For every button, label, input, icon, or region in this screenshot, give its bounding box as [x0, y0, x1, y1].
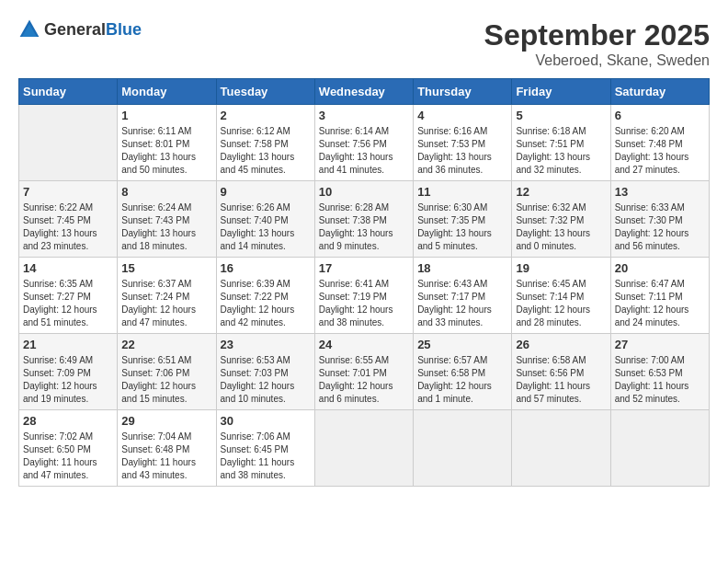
day-info: Sunrise: 6:49 AM Sunset: 7:09 PM Dayligh…: [23, 354, 113, 406]
calendar-cell: 24Sunrise: 6:55 AM Sunset: 7:01 PM Dayli…: [314, 334, 413, 410]
day-number: 11: [417, 185, 507, 199]
day-info: Sunrise: 6:30 AM Sunset: 7:35 PM Dayligh…: [417, 201, 507, 253]
day-number: 28: [23, 414, 113, 428]
calendar-cell: [19, 105, 118, 181]
day-info: Sunrise: 6:12 AM Sunset: 7:58 PM Dayligh…: [221, 125, 311, 177]
calendar-cell: 17Sunrise: 6:41 AM Sunset: 7:19 PM Dayli…: [314, 258, 413, 334]
calendar-cell: 26Sunrise: 6:58 AM Sunset: 6:56 PM Dayli…: [512, 334, 610, 410]
day-number: 13: [615, 185, 705, 199]
calendar-cell: 1Sunrise: 6:11 AM Sunset: 8:01 PM Daylig…: [118, 105, 216, 181]
day-number: 2: [221, 109, 311, 122]
day-info: Sunrise: 6:16 AM Sunset: 7:53 PM Dayligh…: [417, 125, 507, 177]
calendar-cell: 3Sunrise: 6:14 AM Sunset: 7:56 PM Daylig…: [314, 105, 413, 181]
day-info: Sunrise: 6:28 AM Sunset: 7:38 PM Dayligh…: [319, 201, 409, 253]
day-number: 17: [319, 261, 409, 275]
day-info: Sunrise: 6:22 AM Sunset: 7:45 PM Dayligh…: [23, 201, 113, 253]
logo: GeneralBlue: [18, 18, 142, 40]
day-number: 24: [319, 338, 409, 351]
day-number: 3: [319, 109, 409, 122]
day-info: Sunrise: 6:45 AM Sunset: 7:14 PM Dayligh…: [516, 278, 606, 329]
day-number: 21: [23, 338, 113, 351]
weekday-header-tuesday: Tuesday: [216, 79, 314, 105]
calendar-week-row: 21Sunrise: 6:49 AM Sunset: 7:09 PM Dayli…: [19, 334, 710, 410]
calendar-table: SundayMondayTuesdayWednesdayThursdayFrid…: [18, 78, 710, 487]
day-info: Sunrise: 6:11 AM Sunset: 8:01 PM Dayligh…: [121, 125, 211, 177]
day-number: 1: [121, 109, 211, 122]
day-number: 9: [221, 185, 311, 199]
day-info: Sunrise: 6:53 AM Sunset: 7:03 PM Dayligh…: [221, 354, 311, 406]
day-number: 12: [516, 185, 606, 199]
day-info: Sunrise: 7:06 AM Sunset: 6:45 PM Dayligh…: [221, 431, 311, 482]
day-info: Sunrise: 6:33 AM Sunset: 7:30 PM Dayligh…: [615, 201, 705, 253]
calendar-cell: 6Sunrise: 6:20 AM Sunset: 7:48 PM Daylig…: [610, 105, 709, 181]
day-info: Sunrise: 6:51 AM Sunset: 7:06 PM Dayligh…: [121, 354, 211, 406]
logo-text-blue: Blue: [106, 20, 142, 39]
day-number: 29: [121, 414, 211, 428]
day-info: Sunrise: 6:41 AM Sunset: 7:19 PM Dayligh…: [319, 278, 409, 329]
weekday-header-thursday: Thursday: [414, 79, 512, 105]
calendar-cell: 7Sunrise: 6:22 AM Sunset: 7:45 PM Daylig…: [19, 181, 118, 258]
calendar-cell: 9Sunrise: 6:26 AM Sunset: 7:40 PM Daylig…: [216, 181, 314, 258]
calendar-cell: 13Sunrise: 6:33 AM Sunset: 7:30 PM Dayli…: [610, 181, 709, 258]
location-title: Veberoed, Skane, Sweden: [484, 52, 710, 69]
calendar-cell: 20Sunrise: 6:47 AM Sunset: 7:11 PM Dayli…: [610, 258, 709, 334]
title-block: September 2025 Veberoed, Skane, Sweden: [484, 18, 710, 69]
day-info: Sunrise: 6:32 AM Sunset: 7:32 PM Dayligh…: [516, 201, 606, 253]
calendar-cell: 27Sunrise: 7:00 AM Sunset: 6:53 PM Dayli…: [610, 334, 709, 410]
day-info: Sunrise: 6:26 AM Sunset: 7:40 PM Dayligh…: [221, 201, 311, 253]
calendar-cell: 4Sunrise: 6:16 AM Sunset: 7:53 PM Daylig…: [414, 105, 512, 181]
calendar-cell: 2Sunrise: 6:12 AM Sunset: 7:58 PM Daylig…: [216, 105, 314, 181]
day-number: 4: [417, 109, 507, 122]
weekday-header-monday: Monday: [118, 79, 216, 105]
calendar-cell: 23Sunrise: 6:53 AM Sunset: 7:03 PM Dayli…: [216, 334, 314, 410]
calendar-cell: 5Sunrise: 6:18 AM Sunset: 7:51 PM Daylig…: [512, 105, 610, 181]
calendar-cell: 16Sunrise: 6:39 AM Sunset: 7:22 PM Dayli…: [216, 258, 314, 334]
calendar-cell: 30Sunrise: 7:06 AM Sunset: 6:45 PM Dayli…: [216, 410, 314, 487]
calendar-cell: 12Sunrise: 6:32 AM Sunset: 7:32 PM Dayli…: [512, 181, 610, 258]
calendar-week-row: 14Sunrise: 6:35 AM Sunset: 7:27 PM Dayli…: [19, 258, 710, 334]
day-number: 10: [319, 185, 409, 199]
day-info: Sunrise: 6:24 AM Sunset: 7:43 PM Dayligh…: [121, 201, 211, 253]
calendar-week-row: 28Sunrise: 7:02 AM Sunset: 6:50 PM Dayli…: [19, 410, 710, 487]
day-number: 30: [221, 414, 311, 428]
calendar-cell: 19Sunrise: 6:45 AM Sunset: 7:14 PM Dayli…: [512, 258, 610, 334]
calendar-cell: 10Sunrise: 6:28 AM Sunset: 7:38 PM Dayli…: [314, 181, 413, 258]
calendar-cell: 11Sunrise: 6:30 AM Sunset: 7:35 PM Dayli…: [414, 181, 512, 258]
day-number: 16: [221, 261, 311, 275]
day-number: 19: [516, 261, 606, 275]
month-title: September 2025: [484, 18, 710, 52]
weekday-header-row: SundayMondayTuesdayWednesdayThursdayFrid…: [19, 79, 710, 105]
day-info: Sunrise: 6:20 AM Sunset: 7:48 PM Dayligh…: [615, 125, 705, 177]
day-number: 15: [121, 261, 211, 275]
calendar-cell: 18Sunrise: 6:43 AM Sunset: 7:17 PM Dayli…: [414, 258, 512, 334]
day-info: Sunrise: 6:55 AM Sunset: 7:01 PM Dayligh…: [319, 354, 409, 406]
calendar-cell: [314, 410, 413, 487]
day-info: Sunrise: 6:39 AM Sunset: 7:22 PM Dayligh…: [221, 278, 311, 329]
calendar-cell: 22Sunrise: 6:51 AM Sunset: 7:06 PM Dayli…: [118, 334, 216, 410]
day-info: Sunrise: 7:00 AM Sunset: 6:53 PM Dayligh…: [615, 354, 705, 406]
weekday-header-wednesday: Wednesday: [314, 79, 413, 105]
day-number: 23: [221, 338, 311, 351]
calendar-cell: [610, 410, 709, 487]
day-info: Sunrise: 6:14 AM Sunset: 7:56 PM Dayligh…: [319, 125, 409, 177]
day-number: 6: [615, 109, 705, 122]
calendar-cell: 21Sunrise: 6:49 AM Sunset: 7:09 PM Dayli…: [19, 334, 118, 410]
day-info: Sunrise: 7:02 AM Sunset: 6:50 PM Dayligh…: [23, 431, 113, 482]
calendar-cell: [414, 410, 512, 487]
day-info: Sunrise: 6:47 AM Sunset: 7:11 PM Dayligh…: [615, 278, 705, 329]
calendar-cell: [512, 410, 610, 487]
day-number: 26: [516, 338, 606, 351]
day-number: 27: [615, 338, 705, 351]
day-info: Sunrise: 6:37 AM Sunset: 7:24 PM Dayligh…: [121, 278, 211, 329]
calendar-cell: 15Sunrise: 6:37 AM Sunset: 7:24 PM Dayli…: [118, 258, 216, 334]
day-info: Sunrise: 6:43 AM Sunset: 7:17 PM Dayligh…: [417, 278, 507, 329]
calendar-cell: 29Sunrise: 7:04 AM Sunset: 6:48 PM Dayli…: [118, 410, 216, 487]
day-info: Sunrise: 6:35 AM Sunset: 7:27 PM Dayligh…: [23, 278, 113, 329]
day-number: 22: [121, 338, 211, 351]
day-number: 8: [121, 185, 211, 199]
calendar-week-row: 1Sunrise: 6:11 AM Sunset: 8:01 PM Daylig…: [19, 105, 710, 181]
calendar-cell: 25Sunrise: 6:57 AM Sunset: 6:58 PM Dayli…: [414, 334, 512, 410]
day-number: 5: [516, 109, 606, 122]
logo-text-general: General: [44, 20, 106, 39]
day-info: Sunrise: 6:18 AM Sunset: 7:51 PM Dayligh…: [516, 125, 606, 177]
